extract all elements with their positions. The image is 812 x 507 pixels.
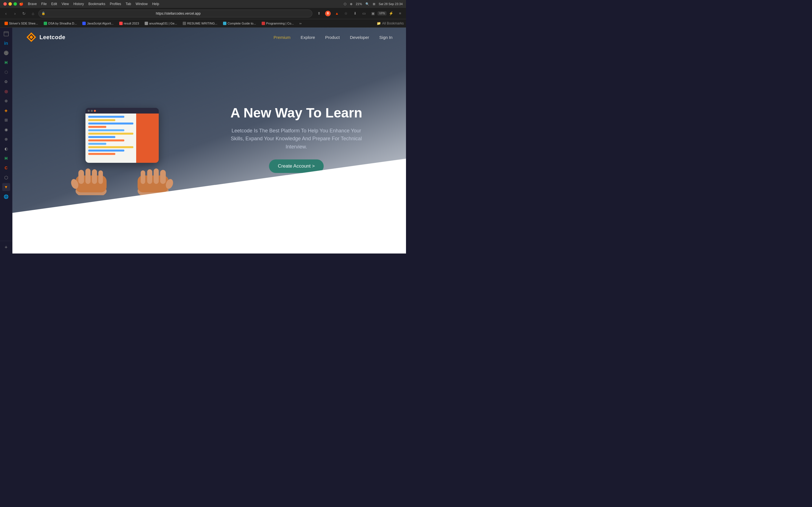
- svg-rect-16: [147, 169, 152, 184]
- sidebar-linkedin-icon[interactable]: in: [2, 40, 10, 47]
- vpn-toggle[interactable]: VPN: [378, 10, 386, 17]
- bookmark-more[interactable]: ››: [297, 21, 304, 25]
- sidebar-github2-icon[interactable]: ⬡: [2, 68, 10, 76]
- menu-file[interactable]: File: [41, 2, 47, 6]
- menu-profiles[interactable]: Profiles: [110, 2, 121, 6]
- logo-text: Leetcode: [40, 34, 65, 41]
- main-content: Leetcode Premium Explore Product Develop…: [12, 27, 406, 253]
- brave-shield-icon[interactable]: B: [324, 10, 332, 17]
- dot2: [91, 110, 93, 112]
- hero-illustration: [35, 105, 209, 195]
- code-line: [88, 122, 133, 124]
- hero-subtitle: Leetcode Is The Best Platform To Help Yo…: [229, 127, 364, 151]
- bookmark-striver[interactable]: Striver's SDE Shee...: [2, 21, 40, 25]
- bookmark-icon[interactable]: ☆: [342, 10, 350, 17]
- sidebar-icon-11[interactable]: ⊗: [2, 135, 10, 143]
- bookmark-js[interactable]: JavaScript Algorit...: [80, 21, 116, 25]
- sidebar-icon-5[interactable]: ⚙: [2, 78, 10, 86]
- nav-premium[interactable]: Premium: [273, 35, 290, 40]
- tablet-container: [68, 105, 175, 195]
- menu-help[interactable]: Help: [152, 2, 159, 6]
- wallet-icon[interactable]: ▣: [369, 10, 377, 17]
- menu-apple[interactable]: 🍎: [19, 2, 23, 6]
- bookmarks-bar: Striver's SDE Shee... DSA by Shradha D..…: [0, 19, 406, 27]
- sidebar-toggle-icon[interactable]: ▭: [360, 10, 368, 17]
- home-button[interactable]: ⌂: [29, 10, 37, 17]
- sidebar-icon-globe[interactable]: 🌐: [2, 193, 10, 201]
- bookmarks-all[interactable]: 📁 All Bookmarks: [377, 21, 404, 25]
- search-icon[interactable]: 🔍: [365, 2, 369, 6]
- bookmark-github[interactable]: anushkag031 | Ge...: [142, 21, 179, 25]
- sidebar-icon-10[interactable]: ◉: [2, 126, 10, 133]
- address-bar[interactable]: 🔒 https://stellarcodes.vercel.app: [38, 10, 312, 17]
- sidebar-github-icon[interactable]: [2, 49, 10, 57]
- code-line: [88, 143, 106, 145]
- nav-product[interactable]: Product: [325, 35, 340, 40]
- url-display[interactable]: https://stellarcodes.vercel.app: [47, 11, 309, 15]
- sidebar-add-section: +: [0, 241, 12, 251]
- sidebar-tabs-icon[interactable]: [2, 30, 10, 38]
- code-line: [88, 129, 124, 131]
- close-button[interactable]: [3, 2, 7, 6]
- sidebar-add-button[interactable]: +: [2, 243, 10, 251]
- nav-signin[interactable]: Sign In: [379, 35, 393, 40]
- sidebar-icon-active[interactable]: ▼: [2, 183, 10, 191]
- bluetooth-icon: ⬡: [344, 2, 347, 6]
- svg-rect-8: [79, 170, 84, 184]
- code-line: [88, 146, 133, 148]
- code-line: [88, 119, 115, 121]
- menu-edit[interactable]: Edit: [51, 2, 57, 6]
- share-icon[interactable]: ⬆: [315, 10, 322, 17]
- sidebar-icon-9[interactable]: ⊞: [2, 116, 10, 124]
- nav-developer[interactable]: Developer: [350, 35, 369, 40]
- sidebar-icon-8[interactable]: ◈: [2, 107, 10, 114]
- bookmark-resume[interactable]: RESUME WRITING...: [181, 21, 220, 25]
- menu-history[interactable]: History: [73, 2, 84, 6]
- site-logo[interactable]: Leetcode: [26, 32, 65, 43]
- reload-button[interactable]: ↻: [20, 10, 28, 17]
- menu-bookmarks[interactable]: Bookmarks: [89, 2, 105, 6]
- lock-icon: 🔒: [42, 11, 45, 15]
- website-content: Leetcode Premium Explore Product Develop…: [12, 27, 406, 253]
- sidebar-icon-6[interactable]: ◎: [2, 87, 10, 95]
- bookmark-label: Striver's SDE Shee...: [9, 22, 38, 25]
- site-nav-links: Premium Explore Product Developer Sign I…: [273, 35, 393, 40]
- sidebar-hackerrank2-icon[interactable]: H: [2, 154, 10, 162]
- sidebar-icon-12[interactable]: ◐: [2, 145, 10, 153]
- menu-icon[interactable]: ≡: [396, 10, 404, 17]
- menu-window[interactable]: Window: [136, 2, 148, 6]
- sidebar-hackerrank-icon[interactable]: H: [2, 59, 10, 66]
- bookmark-result[interactable]: result 2023: [117, 21, 141, 25]
- bookmark-label: Programming | Co...: [266, 22, 294, 25]
- menu-view[interactable]: View: [61, 2, 69, 6]
- bookmark-dsa[interactable]: DSA by Shradha D...: [42, 21, 79, 25]
- menu-tab[interactable]: Tab: [126, 2, 131, 6]
- back-button[interactable]: ‹: [2, 10, 10, 17]
- bookmark-label: result 2023: [124, 22, 139, 25]
- bookmark-guide[interactable]: Complete Guide to...: [221, 21, 258, 25]
- menu-brave[interactable]: Brave: [28, 2, 37, 6]
- control-center-icon[interactable]: ⊞: [373, 2, 375, 6]
- fullscreen-button[interactable]: [13, 2, 17, 6]
- code-line: [88, 133, 133, 135]
- sidebar-icon-7[interactable]: ⊕: [2, 97, 10, 105]
- bookmark-more-label: ››: [299, 22, 301, 25]
- minimize-button[interactable]: [8, 2, 12, 6]
- download-icon[interactable]: ⬇: [351, 10, 359, 17]
- atropos-icon[interactable]: ▲: [333, 10, 341, 17]
- forward-button[interactable]: ›: [11, 10, 18, 17]
- code-line: [88, 139, 124, 142]
- extensions-icon[interactable]: ⚡: [388, 10, 395, 17]
- sidebar-icon-c[interactable]: C: [2, 164, 10, 172]
- bookmark-label: anushkag031 | Ge...: [149, 22, 177, 25]
- toolbar-icons: ⬆ B ▲ ☆ ⬇ ▭ ▣ VPN ⚡ ≡: [315, 10, 404, 17]
- sidebar-github3-icon[interactable]: ⬡: [2, 173, 10, 181]
- svg-point-2: [4, 51, 8, 55]
- svg-rect-9: [86, 168, 91, 184]
- create-account-button[interactable]: Create Account >: [269, 159, 324, 173]
- svg-rect-14: [160, 170, 166, 184]
- bookmark-label: DSA by Shradha D...: [48, 22, 77, 25]
- nav-explore[interactable]: Explore: [301, 35, 315, 40]
- all-bookmarks-icon: 📁: [377, 21, 381, 25]
- bookmark-programming[interactable]: Programming | Co...: [259, 21, 296, 25]
